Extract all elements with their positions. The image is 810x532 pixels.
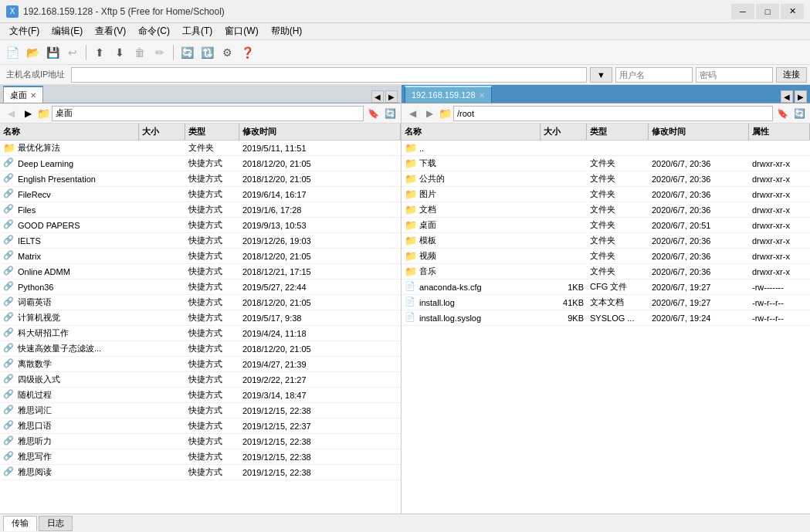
menu-item-工具(T)[interactable]: 工具(T) [176, 23, 219, 39]
right-file-name: 📁.. [402, 141, 541, 155]
left-file-row[interactable]: 🔗Files快捷方式2019/1/6, 17:28 [0, 202, 401, 218]
host-input[interactable] [71, 67, 587, 83]
left-tab-next[interactable]: ▶ [385, 90, 398, 103]
right-file-row[interactable]: 📄install.log.syslog9KBSYSLOG ...2020/6/7… [402, 310, 810, 326]
left-back-button[interactable]: ◀ [3, 106, 19, 121]
delete-button[interactable]: 🗑 [130, 43, 149, 62]
right-refresh-button[interactable]: 🔄 [791, 106, 807, 121]
undo-button[interactable]: ↩ [63, 43, 82, 62]
right-back-button[interactable]: ◀ [405, 106, 420, 121]
left-file-row[interactable]: 🔗雅思写作快捷方式2019/12/15, 22:38 [0, 449, 401, 465]
right-file-row[interactable]: 📁下载文件夹2020/6/7, 20:36drwxr-xr-x [402, 156, 810, 171]
right-file-name: 📄anaconda-ks.cfg [402, 280, 541, 294]
bottom-tab-日志[interactable]: 日志 [39, 516, 73, 531]
left-file-row[interactable]: 📁最优化算法文件夹2019/5/11, 11:51 [0, 141, 401, 156]
left-file-row[interactable]: 🔗Online ADMM快捷方式2018/12/21, 17:15 [0, 264, 401, 280]
left-file-row[interactable]: 🔗科大研招工作快捷方式2019/4/24, 11:18 [0, 326, 401, 341]
right-header-name[interactable]: 名称 [402, 124, 541, 140]
connect-button[interactable]: 连接 [776, 67, 807, 83]
save-button[interactable]: 💾 [43, 43, 62, 62]
password-input[interactable] [696, 67, 773, 83]
left-tab-prev[interactable]: ◀ [371, 90, 384, 103]
right-file-list[interactable]: 名称 大小 类型 修改时间 属性 📁..📁下载文件夹2020/6/7, 20:3… [402, 124, 810, 513]
menu-item-帮助(H)[interactable]: 帮助(H) [265, 23, 309, 39]
right-file-size [541, 141, 587, 155]
left-bookmark-button[interactable]: 🔖 [365, 106, 381, 121]
left-file-date: 2019/12/15, 22:38 [239, 403, 401, 418]
right-file-row[interactable]: 📁桌面文件夹2020/6/7, 20:51drwxr-xr-x [402, 218, 810, 233]
left-path-input[interactable]: 桌面 [52, 106, 364, 121]
right-file-row[interactable]: 📁图片文件夹2020/6/7, 20:36drwxr-xr-x [402, 187, 810, 202]
left-tab-desktop[interactable]: 桌面 ✕ [3, 86, 43, 103]
rename-button[interactable]: ✏ [151, 43, 169, 62]
new-session-button[interactable]: 📄 [3, 43, 22, 62]
help-button[interactable]: ❓ [238, 43, 256, 62]
left-tab-close[interactable]: ✕ [30, 91, 36, 100]
left-file-list[interactable]: 名称 大小 类型 修改时间 📁最优化算法文件夹2019/5/11, 11:51🔗… [0, 124, 401, 513]
refresh-button[interactable]: 🔄 [178, 43, 196, 62]
right-file-row[interactable]: 📁音乐文件夹2020/6/7, 20:36drwxr-xr-x [402, 264, 810, 280]
close-button[interactable]: ✕ [781, 4, 804, 19]
right-file-row[interactable]: 📁模板文件夹2020/6/7, 20:36drwxr-xr-x [402, 233, 810, 249]
left-file-row[interactable]: 🔗四级嵌入式快捷方式2019/2/22, 21:27 [0, 372, 401, 388]
right-file-row[interactable]: 📁文档文件夹2020/6/7, 20:36drwxr-xr-x [402, 202, 810, 218]
upload-button[interactable]: ⬆ [90, 43, 109, 62]
left-file-row[interactable]: 🔗Matrix快捷方式2018/12/20, 21:05 [0, 249, 401, 264]
left-header-name[interactable]: 名称 [0, 124, 139, 140]
right-file-row[interactable]: 📄install.log41KB文本文档2020/6/7, 19:27-rw-r… [402, 295, 810, 310]
left-file-row[interactable]: 🔗IELTS快捷方式2019/12/26, 19:03 [0, 233, 401, 249]
sync-button[interactable]: 🔃 [198, 43, 216, 62]
left-file-row[interactable]: 🔗快速高效量子态滤波...快捷方式2018/12/20, 21:05 [0, 341, 401, 357]
right-forward-button[interactable]: ▶ [422, 106, 437, 121]
right-file-attr: drwxr-xr-x [749, 202, 810, 217]
bottom-tab-传输[interactable]: 传输 [3, 516, 37, 531]
menu-item-窗口(W)[interactable]: 窗口(W) [219, 23, 264, 39]
right-header-size[interactable]: 大小 [541, 124, 587, 140]
left-file-row[interactable]: 🔗雅思听力快捷方式2019/12/15, 22:38 [0, 434, 401, 449]
right-path-input[interactable]: /root [453, 106, 773, 121]
left-file-row[interactable]: 🔗计算机视觉快捷方式2019/5/17, 9:38 [0, 310, 401, 326]
menu-item-查看(V)[interactable]: 查看(V) [89, 23, 132, 39]
left-file-row[interactable]: 🔗离散数学快捷方式2019/4/27, 21:39 [0, 357, 401, 372]
menu-item-命令(C)[interactable]: 命令(C) [132, 23, 176, 39]
right-tab-next[interactable]: ▶ [795, 90, 807, 103]
right-tab-close[interactable]: ✕ [479, 91, 485, 100]
left-header-size[interactable]: 大小 [139, 124, 185, 140]
settings-button[interactable]: ⚙ [218, 43, 236, 62]
left-file-row[interactable]: 🔗词霸英语快捷方式2018/12/20, 21:05 [0, 295, 401, 310]
left-file-row[interactable]: 🔗随机过程快捷方式2019/3/14, 18:47 [0, 388, 401, 403]
right-header-date[interactable]: 修改时间 [649, 124, 749, 140]
left-file-row[interactable]: 🔗雅思口语快捷方式2019/12/15, 22:37 [0, 418, 401, 434]
left-file-row[interactable]: 🔗雅思阅读快捷方式2019/12/15, 22:38 [0, 465, 401, 480]
left-file-date: 2019/12/15, 22:38 [239, 434, 401, 449]
menu-item-文件(F)[interactable]: 文件(F) [3, 23, 46, 39]
download-button[interactable]: ⬇ [110, 43, 129, 62]
left-file-row[interactable]: 🔗Deep Learning快捷方式2018/12/20, 21:05 [0, 156, 401, 171]
open-button[interactable]: 📂 [23, 43, 42, 62]
left-header-date[interactable]: 修改时间 [239, 124, 401, 140]
username-input[interactable] [615, 67, 693, 83]
left-file-row[interactable]: 🔗Python36快捷方式2019/5/27, 22:44 [0, 280, 401, 295]
left-forward-button[interactable]: ▶ [20, 106, 36, 121]
right-file-attr: drwxr-xr-x [749, 171, 810, 186]
left-file-row[interactable]: 🔗FileRecv快捷方式2019/6/14, 16:17 [0, 187, 401, 202]
right-tab-remote[interactable]: 192.168.159.128 ✕ [405, 86, 492, 103]
left-file-row[interactable]: 🔗GOOD PAPERS快捷方式2019/9/13, 10:53 [0, 218, 401, 233]
maximize-button[interactable]: □ [756, 4, 779, 19]
right-tab-prev[interactable]: ◀ [781, 90, 793, 103]
right-file-row[interactable]: 📁视频文件夹2020/6/7, 20:36drwxr-xr-x [402, 249, 810, 264]
right-file-row[interactable]: 📄anaconda-ks.cfg1KBCFG 文件2020/6/7, 19:27… [402, 280, 810, 295]
window-controls: ─ □ ✕ [731, 4, 804, 19]
menu-item-编辑(E)[interactable]: 编辑(E) [46, 23, 89, 39]
left-header-type[interactable]: 类型 [185, 124, 239, 140]
right-file-row[interactable]: 📁.. [402, 141, 810, 156]
left-refresh-button[interactable]: 🔄 [382, 106, 398, 121]
left-file-row[interactable]: 🔗雅思词汇快捷方式2019/12/15, 22:38 [0, 403, 401, 418]
left-file-row[interactable]: 🔗English Presentation快捷方式2018/12/20, 21:… [0, 171, 401, 187]
dropdown-button[interactable]: ▼ [590, 67, 612, 83]
right-header-attr[interactable]: 属性 [749, 124, 810, 140]
right-file-row[interactable]: 📁公共的文件夹2020/6/7, 20:36drwxr-xr-x [402, 171, 810, 187]
right-bookmark-button[interactable]: 🔖 [774, 106, 790, 121]
minimize-button[interactable]: ─ [731, 4, 754, 19]
right-header-type[interactable]: 类型 [587, 124, 649, 140]
